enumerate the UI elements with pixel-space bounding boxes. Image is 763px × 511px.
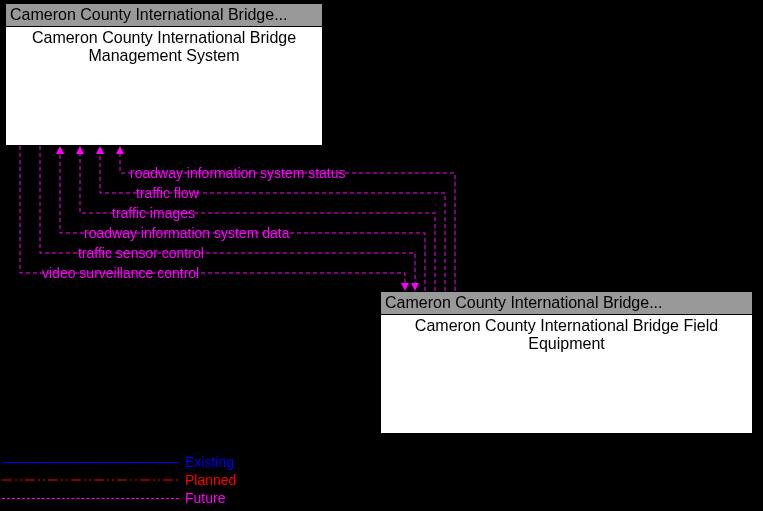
node-field-equipment[interactable]: Cameron County International Bridge... C… <box>380 291 753 434</box>
flow-label-flow[interactable]: traffic flow <box>136 185 199 201</box>
node-header: Cameron County International Bridge... <box>6 4 322 27</box>
svg-marker-2 <box>76 146 84 154</box>
node-title: Cameron County International Bridge Mana… <box>6 27 322 67</box>
flow-label-images[interactable]: traffic images <box>112 205 195 221</box>
flow-label-sensor[interactable]: traffic sensor control <box>78 245 204 261</box>
node-title: Cameron County International Bridge Fiel… <box>381 315 752 355</box>
svg-marker-5 <box>401 283 409 291</box>
legend-line-existing <box>2 462 179 463</box>
svg-marker-4 <box>411 283 419 291</box>
legend-label-future[interactable]: Future <box>185 490 225 506</box>
flow-label-data[interactable]: roadway information system data <box>84 225 289 241</box>
svg-marker-1 <box>96 146 104 154</box>
legend-label-existing[interactable]: Existing <box>185 454 234 470</box>
node-management-system[interactable]: Cameron County International Bridge... C… <box>5 3 323 146</box>
node-header: Cameron County International Bridge... <box>381 292 752 315</box>
legend-label-planned[interactable]: Planned <box>185 472 236 488</box>
svg-marker-0 <box>116 146 124 154</box>
flow-label-video[interactable]: video surveillance control <box>42 265 199 281</box>
legend-line-future <box>2 498 179 499</box>
svg-marker-3 <box>56 146 64 154</box>
flow-label-status[interactable]: roadway information system status <box>130 165 346 181</box>
